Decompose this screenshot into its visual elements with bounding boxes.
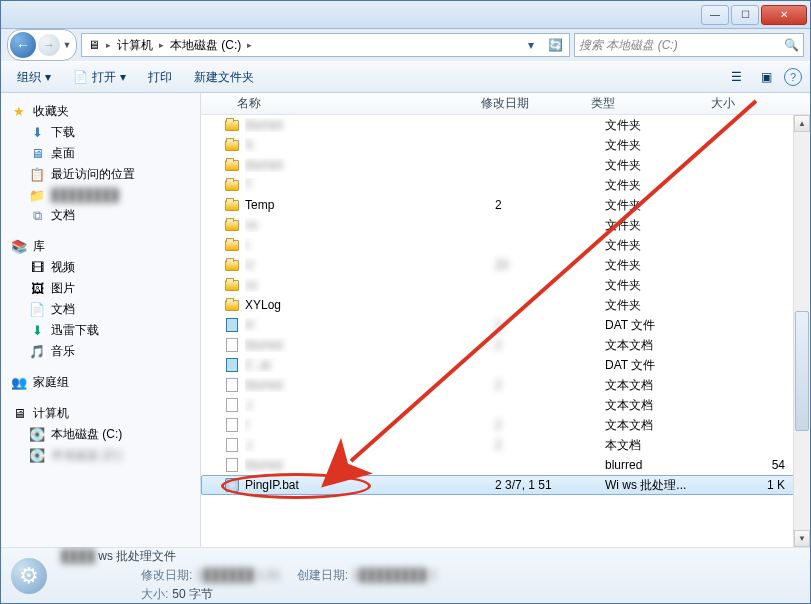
documents-icon: 📄: [29, 302, 45, 318]
file-row[interactable]: blurred2文本文档: [201, 375, 810, 395]
sidebar-item-downloads[interactable]: ⬇下载: [1, 122, 200, 143]
scroll-down-button[interactable]: ▼: [794, 530, 810, 547]
sidebar-computer[interactable]: 🖥计算机: [1, 403, 200, 424]
back-button[interactable]: ←: [10, 32, 36, 58]
file-row-selected[interactable]: PingIP.bat2 3/7, 1 51Wi ws 批处理...1 K: [201, 475, 810, 495]
crumb-drive-c[interactable]: 本地磁盘 (C:)▸: [168, 37, 256, 54]
file-row[interactable]: S文件夹: [201, 135, 810, 155]
file-row[interactable]: blurred2文本文档: [201, 335, 810, 355]
folder-icon: [223, 280, 241, 291]
sidebar-item-videos[interactable]: 🎞视频: [1, 257, 200, 278]
file-row[interactable]: C .atDAT 文件: [201, 355, 810, 375]
open-button[interactable]: 📄打开 ▾: [65, 67, 134, 88]
file-row[interactable]: blurred文件夹: [201, 115, 810, 135]
file-list[interactable]: blurred文件夹S文件夹blurred文件夹T文件夹Temp2文件夹 vo文…: [201, 115, 810, 547]
details-date-value: 2██████ 1.51: [196, 568, 280, 582]
help-button[interactable]: ?: [784, 68, 802, 86]
file-row[interactable]: t文件夹: [201, 235, 810, 255]
details-size-label: 大小:: [141, 587, 168, 601]
sidebar-libraries[interactable]: 📚库: [1, 236, 200, 257]
col-date[interactable]: 修改日期: [477, 95, 587, 112]
refresh-button[interactable]: 🔄: [545, 35, 565, 55]
computer-icon: 🖥: [11, 406, 27, 422]
address-dropdown[interactable]: ▾: [521, 35, 541, 55]
file-icon: [223, 458, 241, 472]
drive-icon: 💽: [29, 448, 45, 464]
address-bar[interactable]: 🖥▸ 计算机▸ 本地磁盘 (C:)▸ ▾ 🔄: [81, 33, 570, 57]
folder-icon: [223, 120, 241, 131]
recent-icon: 📋: [29, 167, 45, 183]
nav-row: ← → ▼ 🖥▸ 计算机▸ 本地磁盘 (C:)▸ ▾ 🔄 搜索 本地磁盘 (C:…: [1, 29, 810, 61]
col-type[interactable]: 类型: [587, 95, 707, 112]
details-date-label: 修改日期:: [141, 568, 192, 582]
col-name[interactable]: 名称: [207, 95, 477, 112]
file-date: 2: [495, 318, 605, 332]
file-row[interactable]: T文件夹: [201, 175, 810, 195]
sidebar-item-music[interactable]: 🎵音乐: [1, 341, 200, 362]
file-type: 文件夹: [605, 277, 725, 294]
file-row[interactable]: XYLog文件夹: [201, 295, 810, 315]
file-type: 文本文档: [605, 377, 725, 394]
file-name: H: [245, 318, 495, 332]
print-button[interactable]: 打印: [140, 67, 180, 88]
file-date: 20: [495, 258, 605, 272]
file-type: 文件夹: [605, 117, 725, 134]
sidebar-homegroup[interactable]: 👥家庭组: [1, 372, 200, 393]
nav-history-dropdown[interactable]: ▼: [60, 40, 74, 50]
file-type: 文件夹: [605, 197, 725, 214]
new-folder-button[interactable]: 新建文件夹: [186, 67, 262, 88]
file-row[interactable]: .t2本文档: [201, 435, 810, 455]
maximize-button[interactable]: ☐: [731, 5, 759, 25]
file-row[interactable]: Temp2文件夹: [201, 195, 810, 215]
close-button[interactable]: ✕: [761, 5, 807, 25]
video-icon: 🎞: [29, 260, 45, 276]
details-pane: ████ ws 批处理文件 修改日期:2██████ 1.51 创建日期:2██…: [1, 547, 810, 603]
sidebar-item-recent[interactable]: 📋最近访问的位置: [1, 164, 200, 185]
file-row[interactable]: vs文件夹: [201, 275, 810, 295]
scroll-thumb[interactable]: [795, 311, 809, 431]
file-name: XYLog: [245, 298, 495, 312]
computer-icon: 🖥: [88, 38, 100, 52]
bat-file-icon: [223, 478, 241, 492]
sidebar-item-pictures[interactable]: 🖼图片: [1, 278, 200, 299]
organize-button[interactable]: 组织 ▾: [9, 67, 59, 88]
gear-icon: [11, 558, 47, 594]
sidebar-item-xunlei[interactable]: ⬇迅雷下载: [1, 320, 200, 341]
sidebar-item-documents2[interactable]: 📄文档: [1, 299, 200, 320]
file-row[interactable]: H2DAT 文件: [201, 315, 810, 335]
chevron-down-icon: ▾: [120, 70, 126, 84]
details-thumbnail: [9, 556, 49, 596]
folder-icon: [223, 300, 241, 311]
sidebar-item-blurred[interactable]: 📁████████: [1, 185, 200, 205]
file-row[interactable]: vo文件夹: [201, 215, 810, 235]
minimize-button[interactable]: —: [701, 5, 729, 25]
file-type: 文本文档: [605, 417, 725, 434]
crumb-computer[interactable]: 计算机▸: [115, 37, 168, 54]
forward-button[interactable]: →: [38, 34, 60, 56]
sidebar-favorites[interactable]: ★收藏夹: [1, 101, 200, 122]
sidebar-item-drive-d[interactable]: 💽本地磁盘 (D:): [1, 445, 200, 466]
sidebar-item-desktop[interactable]: 🖥桌面: [1, 143, 200, 164]
view-options-button[interactable]: ☰: [724, 65, 748, 89]
file-name: Temp: [245, 198, 495, 212]
file-name: .t: [245, 398, 495, 412]
file-row[interactable]: .t文本文档: [201, 395, 810, 415]
folder-icon: [223, 240, 241, 251]
col-size[interactable]: 大小: [707, 95, 767, 112]
file-name: .t: [245, 438, 495, 452]
sidebar-item-drive-c[interactable]: 💽本地磁盘 (C:): [1, 424, 200, 445]
file-size: 54: [725, 458, 785, 472]
file-row[interactable]: blurred文件夹: [201, 155, 810, 175]
search-input[interactable]: 搜索 本地磁盘 (C:) 🔍: [574, 33, 804, 57]
crumb-root-icon[interactable]: 🖥▸: [86, 38, 115, 52]
sidebar-item-documents[interactable]: ⧉文档: [1, 205, 200, 226]
file-name: PingIP.bat: [245, 478, 495, 492]
file-row[interactable]: I2文本文档: [201, 415, 810, 435]
toolbar: 组织 ▾ 📄打开 ▾ 打印 新建文件夹 ☰ ▣ ?: [1, 61, 810, 93]
file-row[interactable]: U20文件夹: [201, 255, 810, 275]
scroll-up-button[interactable]: ▲: [794, 115, 810, 132]
file-icon: [223, 438, 241, 452]
file-row[interactable]: blurredblurred54: [201, 455, 810, 475]
preview-pane-button[interactable]: ▣: [754, 65, 778, 89]
vertical-scrollbar[interactable]: ▲ ▼: [793, 115, 810, 547]
